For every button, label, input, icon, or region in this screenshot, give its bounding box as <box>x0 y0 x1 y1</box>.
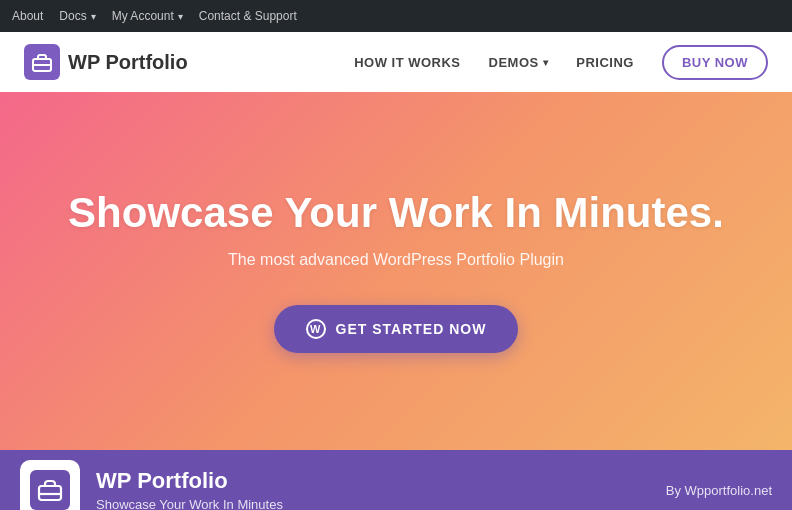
admin-bar-myaccount[interactable]: My Account ▾ <box>112 9 183 23</box>
nav-how-it-works[interactable]: HOW IT WORKS <box>354 55 460 70</box>
demos-chevron-icon: ▾ <box>543 57 549 68</box>
myaccount-chevron-icon: ▾ <box>178 11 183 22</box>
main-nav: WP Portfolio HOW IT WORKS DEMOS ▾ PRICIN… <box>0 32 792 92</box>
admin-bar: About Docs ▾ My Account ▾ Contact & Supp… <box>0 0 792 32</box>
briefcase-icon <box>31 51 53 73</box>
briefcase-large-icon <box>37 477 63 503</box>
nav-pricing[interactable]: PRICING <box>576 55 634 70</box>
nav-right: HOW IT WORKS DEMOS ▾ PRICING BUY NOW <box>354 45 768 80</box>
logo-text: WP Portfolio <box>68 51 188 74</box>
plugin-icon <box>30 470 70 510</box>
nav-demos[interactable]: DEMOS ▾ <box>489 55 549 70</box>
plugin-name: WP Portfolio <box>96 468 650 494</box>
logo-icon <box>24 44 60 80</box>
admin-bar-about[interactable]: About <box>12 9 43 23</box>
hero-section: Showcase Your Work In Minutes. The most … <box>0 92 792 450</box>
hero-subtitle: The most advanced WordPress Portfolio Pl… <box>228 251 564 269</box>
info-bar: WP Portfolio Showcase Your Work In Minut… <box>0 450 792 510</box>
plugin-icon-box <box>20 460 80 510</box>
cta-button[interactable]: W GET STARTED NOW <box>274 305 519 353</box>
plugin-info: WP Portfolio Showcase Your Work In Minut… <box>96 468 650 510</box>
cta-label: GET STARTED NOW <box>336 321 487 337</box>
buy-now-button[interactable]: BUY NOW <box>662 45 768 80</box>
docs-chevron-icon: ▾ <box>91 11 96 22</box>
wordpress-icon: W <box>306 319 326 339</box>
plugin-author: By Wpportfolio.net <box>666 483 772 498</box>
admin-bar-docs[interactable]: Docs ▾ <box>59 9 95 23</box>
logo[interactable]: WP Portfolio <box>24 44 188 80</box>
hero-title: Showcase Your Work In Minutes. <box>68 189 724 237</box>
plugin-tagline: Showcase Your Work In Minutes <box>96 497 650 510</box>
admin-bar-contact[interactable]: Contact & Support <box>199 9 297 23</box>
